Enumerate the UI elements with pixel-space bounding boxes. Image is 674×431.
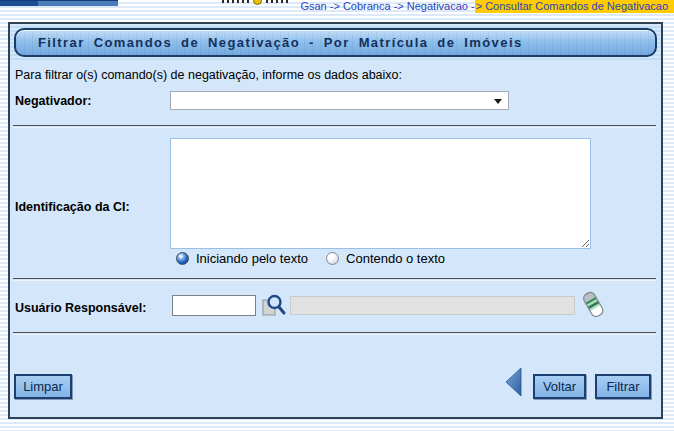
voltar-button[interactable]: Voltar <box>533 374 586 399</box>
negativador-select[interactable] <box>170 91 509 110</box>
gsan-page: Gsan -> Cobranca -> Negativacao -> Consu… <box>0 0 674 431</box>
filtrar-button[interactable]: Filtrar <box>595 374 651 399</box>
breadcrumb-current-page: > Consultar Comandos de Negativacao <box>475 0 674 13</box>
radio-contendo-o-texto[interactable] <box>326 252 339 265</box>
chevron-down-icon <box>494 99 502 104</box>
caption-strip: Filtrar Comandos de Negativação - Por Ma… <box>10 24 661 62</box>
cutoff-header-dot <box>253 0 262 5</box>
separator <box>13 332 656 334</box>
radio-iniciando-pelo-texto[interactable] <box>176 252 189 265</box>
eraser-icon <box>581 290 605 320</box>
separator <box>13 125 656 127</box>
radio-contendo-label: Contendo o texto <box>346 251 445 266</box>
usuario-responsavel-label: Usuário Responsável: <box>15 301 146 315</box>
usuario-responsavel-input[interactable] <box>172 295 256 316</box>
negativador-label: Negativador: <box>15 94 91 108</box>
separator <box>13 278 656 280</box>
search-icon <box>260 292 287 319</box>
usuario-responsavel-name-field <box>290 296 575 315</box>
filter-panel: Filtrar Comandos de Negativação - Por Ma… <box>8 22 663 419</box>
breadcrumb-links[interactable]: Gsan -> Cobranca -> Negativacao - <box>300 0 474 12</box>
identificacao-ci-label: Identificação da CI: <box>15 200 130 214</box>
cutoff-header-fragment <box>222 0 250 3</box>
identificacao-ci-textarea[interactable] <box>170 138 591 249</box>
texto-match-options: Iniciando pelo texto Contendo o texto <box>176 250 445 267</box>
page-title: Filtrar Comandos de Negativação - Por Ma… <box>14 28 657 57</box>
limpar-button[interactable]: Limpar <box>14 374 72 399</box>
form-instruction: Para filtrar o(s) comando(s) de negativa… <box>15 68 402 82</box>
search-button[interactable] <box>260 292 287 319</box>
breadcrumb: Gsan -> Cobranca -> Negativacao -> Consu… <box>300 0 674 14</box>
clear-field-button[interactable] <box>581 290 605 320</box>
radio-iniciando-label: Iniciando pelo texto <box>196 251 308 266</box>
back-arrow-icon <box>505 367 522 397</box>
cutoff-header-fragment <box>266 0 288 3</box>
cutoff-header-bar <box>0 0 118 6</box>
